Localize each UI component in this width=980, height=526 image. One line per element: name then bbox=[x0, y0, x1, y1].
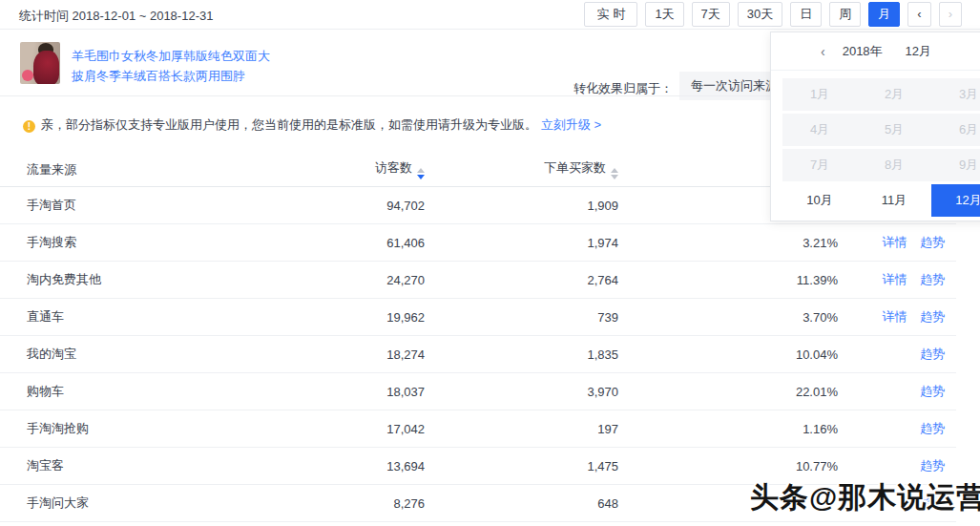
source-name: 手淘淘抢购 bbox=[0, 420, 239, 437]
column-header-visitors-label: 访客数 bbox=[375, 160, 412, 175]
trend-link[interactable]: 趋势 bbox=[920, 421, 945, 435]
conversion-value: 22.01% bbox=[618, 385, 838, 399]
month-picker-header: ‹ 2018年 12月 bbox=[771, 32, 980, 71]
sort-icon-visitors[interactable] bbox=[417, 168, 425, 179]
conversion-value: 1.16% bbox=[618, 422, 838, 436]
sort-icon-buyers[interactable] bbox=[611, 168, 618, 179]
chevron-left-icon[interactable]: ‹ bbox=[821, 44, 825, 59]
visitors-value: 8,276 bbox=[239, 496, 425, 511]
month-cell-jun: 6月 bbox=[931, 114, 980, 146]
watermark-text: 头条@那木说运营 bbox=[750, 478, 980, 517]
upgrade-link[interactable]: 立刻升级 > bbox=[541, 117, 601, 132]
visitors-value: 94,702 bbox=[239, 199, 425, 213]
conversion-value: 3.70% bbox=[618, 310, 838, 325]
source-name: 手淘问大家 bbox=[0, 494, 239, 512]
month-cell-feb: 2月 bbox=[857, 78, 931, 111]
product-thumbnail[interactable] bbox=[20, 42, 60, 84]
detail-link[interactable]: 详情 bbox=[882, 272, 907, 286]
visitors-value: 24,270 bbox=[239, 273, 425, 287]
month-cell-sep: 9月 bbox=[931, 149, 980, 181]
visitors-value: 17,042 bbox=[239, 422, 425, 436]
trend-link[interactable]: 趋势 bbox=[920, 272, 945, 286]
range-button-week[interactable]: 周 bbox=[829, 2, 861, 27]
range-button-7day[interactable]: 7天 bbox=[692, 2, 730, 27]
conversion-value: 3.21% bbox=[618, 236, 838, 250]
buyers-value: 1,475 bbox=[425, 459, 618, 473]
trend-link[interactable]: 趋势 bbox=[920, 309, 945, 324]
detail-link[interactable]: 详情 bbox=[882, 235, 907, 249]
source-name: 购物车 bbox=[0, 383, 239, 400]
row-actions: 趋势 bbox=[838, 457, 956, 474]
picker-year[interactable]: 2018年 bbox=[843, 43, 883, 60]
range-button-day[interactable]: 日 bbox=[790, 2, 822, 27]
trend-link[interactable]: 趋势 bbox=[920, 235, 945, 249]
source-name: 手淘搜索 bbox=[0, 234, 239, 251]
trend-link[interactable]: 趋势 bbox=[920, 458, 945, 473]
month-cell-apr: 4月 bbox=[782, 114, 857, 146]
buyers-value: 1,974 bbox=[425, 236, 618, 250]
conversion-value: 10.04% bbox=[618, 347, 838, 362]
month-picker-panel: ‹ 2018年 12月 1月 2月 3月 4月 5月 6月 7月 8月 9月 1… bbox=[770, 32, 980, 221]
source-name: 直通车 bbox=[0, 308, 239, 326]
row-actions: 趋势 bbox=[838, 383, 956, 400]
visitors-value: 19,962 bbox=[239, 310, 425, 325]
buyers-value: 2,764 bbox=[425, 273, 618, 287]
column-header-source: 流量来源 bbox=[0, 161, 239, 179]
range-button-month[interactable]: 月 bbox=[868, 2, 900, 27]
table-row: 购物车 18,037 3,970 22.01% 趋势 bbox=[0, 373, 956, 410]
month-cell-mar: 3月 bbox=[931, 78, 980, 111]
table-row: 淘内免费其他 24,270 2,764 11.39% 详情 趋势 bbox=[0, 262, 956, 299]
table-row: 我的淘宝 18,274 1,835 10.04% 趋势 bbox=[0, 336, 956, 373]
month-cell-dec[interactable]: 12月 bbox=[931, 184, 980, 217]
row-actions: 趋势 bbox=[838, 346, 956, 363]
month-cell-may: 5月 bbox=[857, 114, 931, 146]
prev-period-icon[interactable]: ‹ bbox=[907, 2, 930, 27]
product-title: 羊毛围巾女秋冬加厚韩版纯色双面大 披肩冬季羊绒百搭长款两用围脖 bbox=[72, 46, 377, 86]
buyers-value: 1,909 bbox=[425, 199, 618, 213]
trend-link[interactable]: 趋势 bbox=[920, 347, 945, 361]
column-header-buyers: 下单买家数 bbox=[425, 159, 618, 179]
month-cell-oct[interactable]: 10月 bbox=[782, 184, 857, 217]
trend-link[interactable]: 趋势 bbox=[920, 384, 945, 398]
next-period-icon[interactable]: › bbox=[939, 2, 962, 27]
visitors-value: 18,274 bbox=[239, 347, 425, 362]
range-button-30day[interactable]: 30天 bbox=[738, 2, 782, 27]
source-name: 淘内免费其他 bbox=[0, 271, 239, 288]
topbar: 统计时间 2018-12-01 ~ 2018-12-31 实时 1天 7天 30… bbox=[0, 0, 980, 30]
visitors-value: 18,037 bbox=[239, 385, 425, 399]
row-actions: 详情 趋势 bbox=[838, 234, 956, 251]
month-cell-nov[interactable]: 11月 bbox=[857, 184, 931, 217]
column-header-buyers-label: 下单买家数 bbox=[544, 160, 606, 175]
warning-icon: ! bbox=[23, 120, 35, 133]
source-name: 手淘首页 bbox=[0, 197, 239, 214]
product-title-line1[interactable]: 羊毛围巾女秋冬加厚韩版纯色双面大 bbox=[72, 46, 377, 66]
row-actions: 详情 趋势 bbox=[838, 271, 956, 288]
visitors-value: 61,406 bbox=[239, 236, 425, 250]
range-button-realtime[interactable]: 实时 bbox=[584, 2, 637, 27]
row-actions: 详情 趋势 bbox=[838, 308, 956, 326]
visitors-value: 13,694 bbox=[239, 459, 425, 473]
date-range-button-group: 实时 1天 7天 30天 日 周 月 ‹ › bbox=[576, 2, 962, 27]
month-cell-jul: 7月 bbox=[782, 149, 857, 181]
column-header-visitors: 访客数 bbox=[239, 159, 425, 179]
table-row: 手淘搜索 61,406 1,974 3.21% 详情 趋势 bbox=[0, 224, 956, 262]
conversion-value: 11.39% bbox=[618, 273, 838, 287]
detail-link[interactable]: 详情 bbox=[882, 309, 907, 324]
range-button-1day[interactable]: 1天 bbox=[645, 2, 683, 27]
table-row: 手淘淘抢购 17,042 197 1.16% 趋势 bbox=[0, 410, 956, 448]
month-cell-aug: 8月 bbox=[857, 149, 931, 181]
thumbnail-art bbox=[33, 51, 59, 84]
row-actions: 趋势 bbox=[838, 420, 956, 437]
product-title-line2[interactable]: 披肩冬季羊绒百搭长款两用围脖 bbox=[72, 66, 377, 86]
picker-month[interactable]: 12月 bbox=[906, 43, 931, 60]
stat-time-label: 统计时间 2018-12-01 ~ 2018-12-31 bbox=[19, 8, 213, 25]
notice-message: 亲，部分指标仅支持专业版用户使用，您当前使用的是标准版，如需使用请升级为专业版。 bbox=[41, 117, 537, 132]
month-grid: 1月 2月 3月 4月 5月 6月 7月 8月 9月 10月 11月 12月 bbox=[771, 71, 980, 217]
thumbnail-badge bbox=[22, 70, 33, 81]
buyers-value: 1,835 bbox=[425, 347, 618, 362]
buyers-value: 648 bbox=[425, 496, 618, 511]
source-name: 我的淘宝 bbox=[0, 346, 239, 363]
table-row: 直通车 19,962 739 3.70% 详情 趋势 bbox=[0, 299, 956, 336]
buyers-value: 197 bbox=[425, 422, 618, 436]
notice-text: 亲，部分指标仅支持专业版用户使用，您当前使用的是标准版，如需使用请升级为专业版。… bbox=[41, 116, 601, 134]
